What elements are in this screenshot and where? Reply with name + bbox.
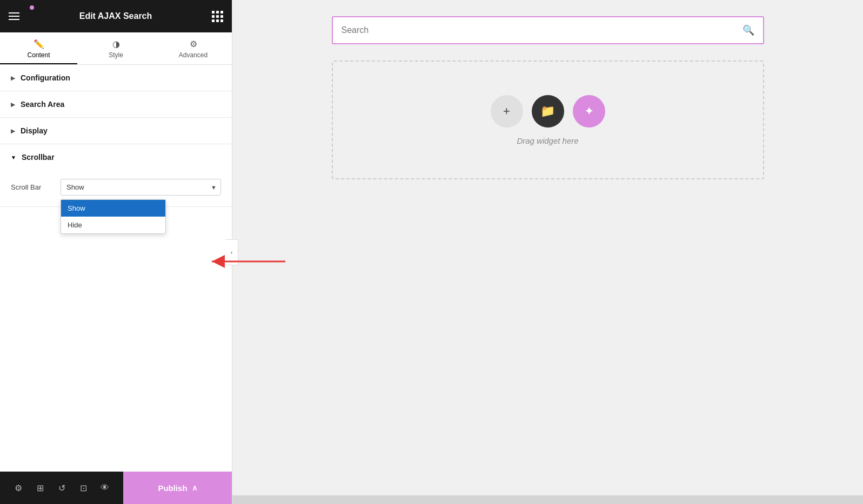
tab-style-label: Style xyxy=(109,51,123,59)
search-magnifier-icon: 🔍 xyxy=(742,24,754,36)
scroll-bar-select[interactable]: Show Hide xyxy=(61,179,221,196)
toolbar-icon-group: ⚙ ⊞ ↺ ⊡ 👁 xyxy=(0,478,123,498)
tab-content-label: Content xyxy=(27,51,50,59)
scroll-bar-dropdown: Show Hide xyxy=(61,199,166,234)
history-icon-button[interactable]: ↺ xyxy=(52,478,71,498)
tab-advanced-label: Advanced xyxy=(179,51,208,59)
bottom-toolbar: ⚙ ⊞ ↺ ⊡ 👁 Publish ∧ xyxy=(0,472,232,504)
accordion-header-search-area[interactable]: ▶ Search Area xyxy=(0,91,232,117)
drop-zone: + 📁 ✦ Drag widget here xyxy=(332,61,764,179)
layers-icon-button[interactable]: ⊞ xyxy=(30,478,50,498)
preview-icon-button[interactable]: 👁 xyxy=(95,478,115,498)
accordion-list: ▶ Configuration ▶ Search Area ▶ Display … xyxy=(0,65,232,472)
responsive-icon-button[interactable]: ⊡ xyxy=(73,478,93,498)
publish-label: Publish xyxy=(158,483,187,493)
chevron-left-icon: ‹ xyxy=(231,249,233,256)
settings-icon-button[interactable]: ⚙ xyxy=(9,478,28,498)
publish-button[interactable]: Publish ∧ xyxy=(123,472,232,504)
pencil-icon: ✏️ xyxy=(34,39,44,49)
scroll-bar-select-wrapper: Show Hide ▼ Show Hide xyxy=(61,179,221,196)
search-widget: 🔍 xyxy=(332,16,764,44)
accordion-header-scrollbar[interactable]: ▼ Scrollbar xyxy=(0,144,232,170)
chevron-right-icon-2: ▶ xyxy=(11,102,15,107)
tab-content[interactable]: ✏️ Content xyxy=(0,32,77,64)
tab-style[interactable]: ◑ Style xyxy=(77,32,155,64)
gear-icon: ⚙ xyxy=(190,39,197,49)
apps-grid-icon[interactable] xyxy=(212,11,223,22)
add-widget-icon[interactable]: + xyxy=(491,95,523,127)
publish-chevron-icon: ∧ xyxy=(192,483,197,492)
accordion-search-area-label: Search Area xyxy=(21,100,64,109)
horizontal-scrollbar[interactable] xyxy=(232,495,863,504)
accordion-configuration-label: Configuration xyxy=(21,73,70,82)
chevron-right-icon: ▶ xyxy=(11,75,15,81)
sparkle-icon[interactable]: ✦ xyxy=(573,95,605,127)
accordion-header-display[interactable]: ▶ Display xyxy=(0,118,232,144)
tab-advanced[interactable]: ⚙ Advanced xyxy=(155,32,232,64)
hamburger-menu-icon[interactable] xyxy=(9,12,19,20)
dropdown-option-hide[interactable]: Hide xyxy=(61,217,165,233)
accordion-display-label: Display xyxy=(21,126,48,135)
canvas-area: 🔍 + 📁 ✦ Drag widget here xyxy=(232,0,863,495)
circle-half-icon: ◑ xyxy=(112,39,120,49)
scroll-bar-label: Scroll Bar xyxy=(11,183,54,191)
chevron-down-icon: ▼ xyxy=(11,154,16,160)
scrollbar-content: Scroll Bar Show Hide ▼ Show Hide xyxy=(0,170,232,206)
panel-header: Edit AJAX Search xyxy=(0,0,232,32)
chevron-right-icon-3: ▶ xyxy=(11,128,15,134)
folder-icon[interactable]: 📁 xyxy=(532,95,564,127)
right-panel: 🔍 + 📁 ✦ Drag widget here xyxy=(232,0,863,504)
pink-dot-indicator xyxy=(30,5,34,10)
accordion-scrollbar-label: Scrollbar xyxy=(22,153,55,162)
drop-zone-label: Drag widget here xyxy=(517,136,578,145)
accordion-header-configuration[interactable]: ▶ Configuration xyxy=(0,65,232,91)
dropdown-option-show[interactable]: Show xyxy=(61,200,165,217)
search-input[interactable] xyxy=(342,25,742,35)
scroll-bar-field-row: Scroll Bar Show Hide ▼ Show Hide xyxy=(11,179,221,196)
accordion-display: ▶ Display xyxy=(0,118,232,144)
drop-zone-icon-group: + 📁 ✦ xyxy=(491,95,605,127)
left-panel: Edit AJAX Search ✏️ Content ◑ Style ⚙ Ad… xyxy=(0,0,232,504)
red-arrow-annotation xyxy=(211,255,286,268)
accordion-scrollbar: ▼ Scrollbar Scroll Bar Show Hide ▼ Show xyxy=(0,144,232,207)
tabs-bar: ✏️ Content ◑ Style ⚙ Advanced xyxy=(0,32,232,65)
accordion-configuration: ▶ Configuration xyxy=(0,65,232,91)
panel-title: Edit AJAX Search xyxy=(79,11,152,21)
accordion-search-area: ▶ Search Area xyxy=(0,91,232,118)
